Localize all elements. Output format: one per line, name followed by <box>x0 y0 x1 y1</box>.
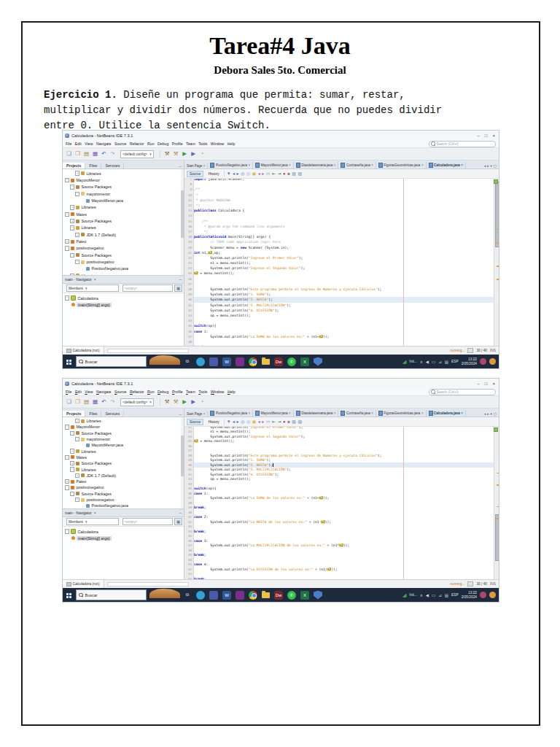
tree-item[interactable]: +Source Packages <box>63 460 184 466</box>
menu-refactor[interactable]: Refactor <box>130 390 144 394</box>
tree-expander-icon[interactable]: + <box>75 473 79 478</box>
tab-close-icon[interactable]: × <box>248 163 250 167</box>
menu-team[interactable]: Team <box>186 142 195 146</box>
tree-item[interactable]: −MayoroMenor.java <box>63 442 184 448</box>
start-macro-icon[interactable]: ● <box>283 171 286 177</box>
quick-search-box[interactable]: Search (Ctrl+I) <box>429 141 496 147</box>
tab-control-icon[interactable]: ▸ <box>487 164 489 168</box>
tree-expander-icon[interactable]: + <box>75 419 79 423</box>
tree-item[interactable]: +Libraries <box>63 204 184 211</box>
explorer-tab-services[interactable]: Services <box>101 163 124 169</box>
config-select[interactable]: <default config>▾ <box>120 398 154 406</box>
tree-expander-icon[interactable]: − <box>65 485 69 489</box>
config-select[interactable]: <default config>▾ <box>120 150 154 158</box>
notification-icon-1[interactable] <box>480 592 486 598</box>
editor-tab-figurasgeom-tricas-java[interactable]: FigurasGeométricas.java× <box>376 162 427 169</box>
tree-expander-icon[interactable]: + <box>70 461 74 465</box>
keyboard-icon[interactable]: ▤ <box>445 593 448 597</box>
whatsapp-icon[interactable]: ✆ <box>287 357 296 366</box>
tree-expander-icon[interactable]: + <box>65 479 69 484</box>
debug-project-icon[interactable]: ▶ <box>190 399 197 405</box>
menu-view[interactable]: View <box>85 142 93 146</box>
tree-expander-icon[interactable]: + <box>70 449 74 453</box>
navigator-filter-button[interactable]: ▦ <box>174 285 182 292</box>
navigator-members-select[interactable]: Members▾ <box>66 518 119 525</box>
find-next-icon[interactable]: ◎ <box>246 419 250 425</box>
menu-help[interactable]: Help <box>228 390 236 394</box>
tree-item[interactable]: −Source Packages <box>63 491 184 497</box>
notification-icon-1[interactable] <box>480 358 486 365</box>
find-selection-icon[interactable]: ◎ <box>241 171 244 177</box>
tab-close-icon[interactable]: × <box>289 163 291 167</box>
output-tab[interactable]: Calculadora (run) <box>63 347 104 355</box>
view-toggle-history[interactable]: History <box>206 419 222 425</box>
menu-file[interactable]: File <box>66 142 71 146</box>
stop-macro-icon[interactable]: ■ <box>287 171 290 177</box>
editor-tab-calculadora-java[interactable]: Calculadora.java× <box>427 410 466 417</box>
navigator-class-row[interactable]: − Calculadora <box>63 295 184 301</box>
chrome-icon[interactable] <box>249 591 257 600</box>
menu-window[interactable]: Window <box>211 142 224 146</box>
market-widget-label[interactable]: Inti... <box>409 593 416 597</box>
tab-close-icon[interactable]: × <box>461 411 463 415</box>
editor-tab-start-page[interactable]: Start Page× <box>184 411 208 417</box>
tab-close-icon[interactable]: × <box>421 163 424 167</box>
store-icon[interactable] <box>209 591 218 600</box>
tab-close-icon[interactable]: × <box>334 163 336 167</box>
tree-item[interactable]: +Libraries <box>63 170 184 177</box>
menu-source[interactable]: Source <box>114 390 126 394</box>
next-bookmark-icon[interactable]: ▸ <box>262 171 264 177</box>
store-icon[interactable] <box>209 357 218 366</box>
scrollbar-thumb[interactable] <box>495 514 499 561</box>
projects-scrollbar[interactable] <box>181 169 184 275</box>
tree-expander-icon[interactable]: − <box>70 225 74 230</box>
media-icon[interactable] <box>236 357 244 366</box>
save-all-icon[interactable]: ▦ <box>92 399 98 405</box>
forward-icon[interactable]: ▸ <box>237 419 239 425</box>
tab-close-icon[interactable]: × <box>421 411 424 415</box>
menu-view[interactable]: View <box>85 390 93 394</box>
navigator-tab[interactable]: main - Navigator × – <box>63 275 184 284</box>
task-view-icon[interactable]: ⧉ <box>183 357 192 366</box>
tab-close-icon[interactable]: × <box>203 412 206 416</box>
tree-item[interactable]: −positivonegativo <box>63 245 184 252</box>
last-edit-icon[interactable]: ▼ <box>227 419 231 425</box>
chevron-up-icon[interactable]: ∧ <box>420 593 423 597</box>
menu-debug[interactable]: Debug <box>158 142 168 146</box>
toggle-bookmark-icon[interactable]: ▭ <box>266 419 271 425</box>
taskbar-clock[interactable]: 13:222/05/2024 <box>462 357 477 365</box>
tree-expander-icon[interactable]: + <box>70 205 74 209</box>
word-icon[interactable]: W <box>222 591 231 600</box>
menu-team[interactable]: Team <box>186 390 195 394</box>
previous-bookmark-icon[interactable]: ◂ <box>258 171 260 177</box>
navigator-members-select[interactable]: Members▾ <box>66 285 119 292</box>
comment-icon[interactable]: ▧ <box>292 171 296 177</box>
panel-minimize-icon[interactable]: – <box>179 164 184 169</box>
back-icon[interactable]: ◂ <box>233 171 235 177</box>
shift-right-icon[interactable]: ⇥ <box>278 171 281 177</box>
menu-navigate[interactable]: Navigate <box>96 390 111 394</box>
tab-close-icon[interactable]: × <box>289 411 291 415</box>
new-file-icon[interactable]: ❏ <box>66 399 72 405</box>
undo-icon[interactable]: ↶ <box>101 151 107 157</box>
editor-scrollbar[interactable] <box>494 427 499 579</box>
battery-icon[interactable]: ▭ <box>432 360 435 364</box>
minimize-button[interactable]: – <box>478 382 480 386</box>
code-editor[interactable]: 7import java.util.Scanner;89/**10 *11 * … <box>184 179 499 346</box>
tree-expander-icon[interactable]: − <box>75 437 79 441</box>
volume-icon[interactable]: ◀ <box>426 593 429 597</box>
view-toggle-source[interactable]: Source <box>187 171 203 177</box>
tree-expander-icon[interactable]: − <box>70 253 74 258</box>
menu-tools[interactable]: Tools <box>198 142 207 146</box>
comment-icon[interactable]: ▧ <box>292 419 296 425</box>
navigator-filter-button[interactable]: ▦ <box>174 518 182 525</box>
uncomment-icon[interactable]: ▨ <box>298 171 302 177</box>
open-project-icon[interactable]: ▤ <box>83 399 90 405</box>
menu-debug[interactable]: Debug <box>158 390 168 394</box>
navigator-filter-input[interactable]: <empty> <box>122 518 174 525</box>
language-indicator[interactable]: ESP <box>451 593 459 597</box>
tab-close-icon[interactable]: × <box>461 163 463 167</box>
tab-control-icon[interactable]: ▸ <box>487 412 489 416</box>
taskbar-clock[interactable]: 13:222/05/2024 <box>462 591 477 599</box>
shift-right-icon[interactable]: ⇥ <box>278 419 281 425</box>
